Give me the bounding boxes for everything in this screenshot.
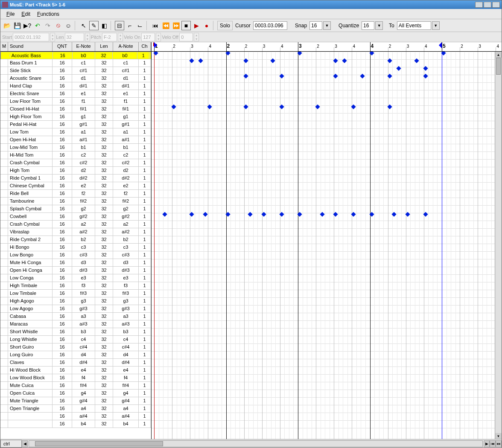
quantize-select[interactable]: 16 [362,21,374,30]
save-icon[interactable]: 💾 [12,21,22,30]
sound-row[interactable]: Acoustic Snare16d132d11 [0,75,151,82]
sound-row[interactable]: Cabasa16a332a31 [0,313,151,320]
sound-row[interactable]: Low Floor Tom16f132f11 [0,98,151,105]
sound-row[interactable]: Low-Mid Tom16b132b11 [0,144,151,151]
sound-row[interactable]: Mute Hi Conga16d332d31 [0,259,151,267]
rewind-begin-icon[interactable]: ⏮ [151,21,160,30]
ruler[interactable]: 123422343234423452346 [152,42,502,52]
sound-row[interactable]: Low Tom16a132a11 [0,128,151,136]
pitch-spinner[interactable]: ▲▼ [118,33,123,41]
left-locator-icon[interactable] [154,42,157,48]
close-button[interactable] [492,2,500,8]
sound-row[interactable]: Short Whistle16b332b31 [0,328,151,336]
sound-row[interactable]: Low Conga16e332e31 [0,274,151,282]
sound-row[interactable]: Cowbell16g#232g#21 [0,213,151,221]
velooff-spinner[interactable]: ▲▼ [194,33,199,41]
sound-row[interactable]: 16a#432a#41 [0,413,151,420]
sound-row[interactable]: Open Triangle16a432a41 [0,405,151,413]
menu-edit[interactable]: Edit [18,10,34,18]
sound-row[interactable]: Short Guiro16c#432c#41 [0,343,151,351]
midi-in-icon[interactable]: ⌙ [135,21,145,30]
snap-select[interactable]: 16 [309,21,322,30]
start-field[interactable]: 0002.01.192 [13,33,49,41]
sound-row[interactable]: Low Agogo16g#332g#31 [0,305,151,313]
to-select[interactable]: All Events [397,21,431,30]
veloon-spinner[interactable]: ▲▼ [156,33,161,41]
sound-row[interactable]: Ride Cymbal 216b232b21 [0,236,151,244]
stop-icon[interactable]: ■ [181,21,191,30]
velooff-field[interactable]: 0 [179,33,193,41]
sound-row[interactable]: Open Hi-Hat16a#132a#11 [0,136,151,144]
rewind-icon[interactable]: ⏪ [161,21,170,30]
sound-row[interactable]: Vibraslap16a#232a#21 [0,228,151,236]
sound-row[interactable]: Tambourine16f#232f#21 [0,198,151,205]
titlebar[interactable]: MusE: Part <Track 5> 1-6 [0,0,502,9]
whatsthis-icon[interactable]: ▶? [23,21,32,30]
snap-dropdown-icon[interactable]: ▼ [323,21,331,30]
sound-row[interactable]: Splash Cymbal16g232g21 [0,205,151,213]
play-icon[interactable]: ▶ [192,21,201,30]
col-sound[interactable]: Sound [8,42,53,51]
sound-row[interactable]: Mute Cuica16f#432f#41 [0,382,151,390]
sound-row[interactable]: Closed Hi-Hat16f#132f#11 [0,105,151,113]
hscroll-begin-icon[interactable]: ⏮ [490,440,496,447]
hscroll-end-icon[interactable]: ⏭ [496,440,502,447]
sound-row[interactable]: Open Hi Conga16d#332d#31 [0,267,151,274]
col-anote[interactable]: A-Note [113,42,139,51]
sound-row[interactable]: Ride Cymbal 116d#232d#21 [0,175,151,182]
sound-row[interactable]: Long Guiro16d432d41 [0,351,151,359]
sound-row[interactable]: Acoustic Bass16b032b01 [0,52,151,59]
scroll-up-icon[interactable]: ▲ [495,52,502,58]
maximize-button[interactable] [484,2,491,8]
sound-row[interactable]: Bass Drum 116c132c11 [0,59,151,67]
sound-row[interactable]: Maracas16a#332a#31 [0,320,151,328]
open-icon[interactable]: 📂 [2,21,12,30]
step-icon[interactable]: ⊟ [115,21,124,30]
sound-row[interactable]: High Floor Tom16g132g11 [0,113,151,121]
scroll-thumb[interactable] [496,58,501,75]
sound-row[interactable]: Electric Snare16e132e11 [0,90,151,98]
right-locator-icon[interactable] [439,42,442,48]
sound-row[interactable]: Hi Wood Block16e432e41 [0,367,151,374]
speaker-icon[interactable]: ⌐ [125,21,134,30]
vertical-scrollbar[interactable]: ▲ ▼ [495,52,502,439]
col-ch[interactable]: Ch [139,42,151,51]
len-field[interactable]: 32 [65,33,84,41]
metronome-icon[interactable]: ☺ [64,21,73,30]
pencil-tool-icon[interactable]: ✎ [89,21,99,30]
sound-row[interactable]: Mute Triangle16g#432g#41 [0,397,151,405]
start-spinner[interactable]: ▲▼ [50,33,55,41]
menu-functions[interactable]: Functions [34,10,63,18]
forward-icon[interactable]: ⏩ [171,21,181,30]
hscroll-thumb[interactable] [35,441,163,446]
col-len[interactable]: Len [95,42,113,51]
record-icon[interactable]: ● [202,21,211,30]
sound-row[interactable]: Chinese Cymbal16e232e21 [0,182,151,190]
sound-row[interactable]: Ride Bell16f232f21 [0,190,151,198]
len-spinner[interactable]: ▲▼ [85,33,90,41]
sound-row[interactable]: High Tom16d232d21 [0,167,151,175]
sound-row[interactable]: Low Timbale16f#332f#31 [0,290,151,297]
hscroll-right-icon[interactable]: ▶ [484,440,490,447]
sound-row[interactable]: Side Stick16c#132c#11 [0,67,151,75]
cursor-input[interactable] [253,21,287,30]
note-grid[interactable] [152,52,502,439]
sound-row[interactable]: Hi-Mid Tom16c232c21 [0,151,151,159]
to-dropdown-icon[interactable]: ▼ [432,21,440,30]
sound-row[interactable]: Low Bongo16c#332c#31 [0,251,151,259]
minimize-button[interactable] [475,2,483,8]
col-qnt[interactable]: QNT [53,42,72,51]
sound-row[interactable]: Open Cuica16g432g41 [0,390,151,397]
sound-row[interactable]: High Timbale16f332f31 [0,282,151,290]
panic-icon[interactable]: ⦸ [53,21,63,30]
quantize-dropdown-icon[interactable]: ▼ [375,21,383,30]
ctrl-button[interactable]: ctrl [0,440,22,448]
sound-row[interactable]: High Agogo16g332g31 [0,297,151,305]
sound-row[interactable]: Low Wood Block16f432f41 [0,374,151,382]
hscroll-left-icon[interactable]: ◀ [22,440,28,447]
scroll-down-icon[interactable]: ▼ [495,433,502,439]
sound-row[interactable]: Claves16d#432d#41 [0,359,151,367]
veloon-field[interactable]: 127 [141,33,155,41]
horizontal-scrollbar[interactable] [29,440,483,447]
sound-row[interactable]: 16b432b41 [0,420,151,428]
